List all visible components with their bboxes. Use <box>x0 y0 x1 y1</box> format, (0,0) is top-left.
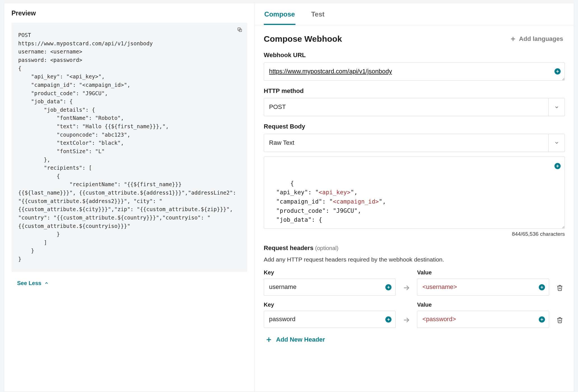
add-languages-button[interactable]: Add languages <box>508 35 565 43</box>
body-type-select[interactable]: Raw Text <box>264 134 565 152</box>
compose-title: Compose Webhook <box>264 33 342 45</box>
header-value-label: Value <box>417 269 549 276</box>
delete-header-button[interactable] <box>555 280 565 296</box>
header-key-input[interactable]: password+ <box>264 311 396 328</box>
preview-panel: Preview POST https://www.mypostcard.com/… <box>4 3 255 392</box>
header-key-label: Key <box>264 301 396 309</box>
body-type-value: Raw Text <box>269 139 294 146</box>
body-label: Request Body <box>264 122 565 131</box>
webhook-url-value: https://www.mypostcard.com/api/v1/jsonbo… <box>269 67 392 76</box>
add-header-label: Add New Header <box>276 336 325 343</box>
header-value-label: Value <box>417 301 549 309</box>
chevron-down-icon <box>548 98 565 116</box>
app-root: Preview POST https://www.mypostcard.com/… <box>0 0 578 392</box>
tab-compose[interactable]: Compose <box>264 8 295 25</box>
header-row: Keyusername+Value<username>+ <box>264 269 565 296</box>
header-value-col: Value<password>+ <box>417 301 549 328</box>
preview-code-block: POST https://www.mypostcard.com/api/v1/j… <box>11 23 247 272</box>
arrow-right-icon <box>401 280 411 296</box>
webhook-url-input[interactable]: https://www.mypostcard.com/api/v1/jsonbo… <box>264 62 565 81</box>
header-value-col: Value<username>+ <box>417 269 549 296</box>
key-insert-button[interactable]: + <box>385 284 391 290</box>
delete-header-button[interactable] <box>555 312 565 328</box>
preview-title: Preview <box>4 9 255 23</box>
header-value-input[interactable]: <password>+ <box>417 311 549 328</box>
header-row: Keypassword+Value<password>+ <box>264 301 565 328</box>
compose-body: Compose Webhook Add languages Webhook UR… <box>255 25 574 345</box>
url-label: Webhook URL <box>264 51 565 60</box>
see-less-toggle[interactable]: See Less <box>15 280 50 287</box>
chevron-down-icon <box>548 134 565 152</box>
header-key-input[interactable]: username+ <box>264 279 396 296</box>
arrow-right-icon <box>401 312 411 328</box>
compose-header: Compose Webhook Add languages <box>264 33 565 45</box>
headers-list: Keyusername+Value<username>+Keypassword+… <box>264 269 565 328</box>
plus-icon <box>510 36 516 42</box>
copy-button[interactable] <box>236 25 244 34</box>
value-insert-button[interactable]: + <box>539 284 545 290</box>
http-method-select[interactable]: POST <box>264 98 565 116</box>
header-key-label: Key <box>264 269 396 276</box>
url-insert-button[interactable]: + <box>554 68 561 74</box>
copy-icon <box>237 27 242 33</box>
preview-code: POST https://www.mypostcard.com/api/v1/j… <box>18 31 241 263</box>
plus-icon <box>265 336 272 343</box>
key-insert-button[interactable]: + <box>385 316 391 323</box>
body-insert-button[interactable]: + <box>554 163 561 169</box>
method-label: HTTP method <box>264 87 565 95</box>
headers-label: Request headers (optional) <box>264 244 565 253</box>
add-header-button[interactable]: Add New Header <box>264 336 327 344</box>
trash-icon <box>556 317 563 323</box>
tab-test[interactable]: Test <box>311 8 325 25</box>
header-key-col: Keyusername+ <box>264 269 396 296</box>
tab-bar: Compose Test <box>255 3 574 25</box>
request-body-textarea[interactable]: + { "api_key": "<api_key>", "campaign_id… <box>264 157 565 229</box>
trash-icon <box>556 284 563 291</box>
header-value-input[interactable]: <username>+ <box>417 279 549 296</box>
see-less-label: See Less <box>17 280 41 286</box>
add-languages-label: Add languages <box>519 35 563 43</box>
compose-panel: Compose Test Compose Webhook Add languag… <box>255 3 574 392</box>
value-insert-button[interactable]: + <box>539 316 545 323</box>
headers-helper: Add any HTTP request headers required by… <box>264 255 565 263</box>
http-method-value: POST <box>269 103 286 110</box>
header-key-col: Keypassword+ <box>264 301 396 328</box>
chevron-up-icon <box>44 281 49 285</box>
char-count: 844/65,536 characters <box>264 230 565 238</box>
